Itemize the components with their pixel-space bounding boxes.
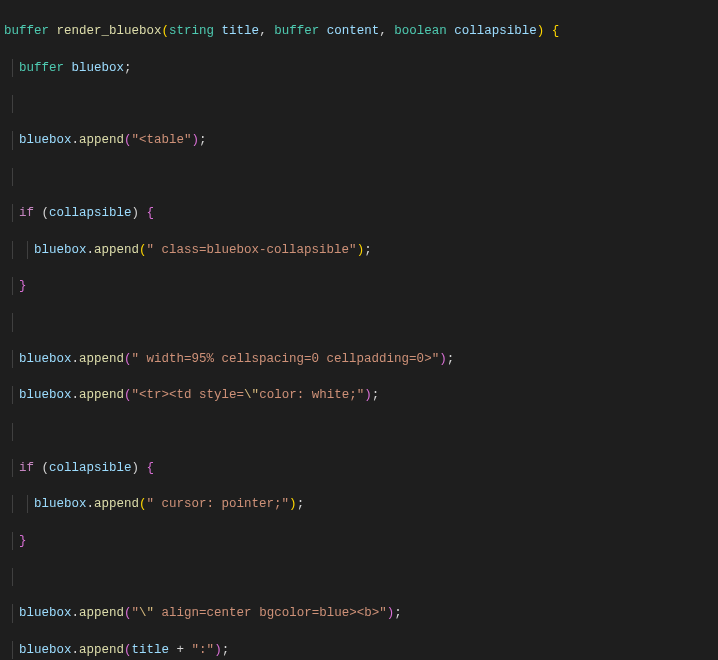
code-line: bluebox.append("<tr><td style=\"color: w… <box>4 386 718 404</box>
code-line: bluebox.append("<table"); <box>4 131 718 149</box>
code-line: if (collapsible) { <box>4 204 718 222</box>
code-line: bluebox.append(title + ":"); <box>4 641 718 659</box>
code-line: } <box>4 277 718 295</box>
function-name: render_bluebox <box>57 24 162 38</box>
code-line: } <box>4 532 718 550</box>
code-line: bluebox.append(" width=95% cellspacing=0… <box>4 350 718 368</box>
code-line: buffer bluebox; <box>4 59 718 77</box>
code-line: bluebox.append(" cursor: pointer;"); <box>4 495 718 513</box>
code-editor[interactable]: buffer render_bluebox(string title, buff… <box>0 0 718 660</box>
type-token: buffer <box>4 24 49 38</box>
code-line <box>4 95 718 113</box>
code-line: bluebox.append(" class=bluebox-collapsib… <box>4 241 718 259</box>
code-line: bluebox.append("\" align=center bgcolor=… <box>4 604 718 622</box>
code-line <box>4 568 718 586</box>
code-line: buffer render_bluebox(string title, buff… <box>4 22 718 40</box>
code-line: if (collapsible) { <box>4 459 718 477</box>
code-line <box>4 168 718 186</box>
code-line <box>4 423 718 441</box>
code-line <box>4 313 718 331</box>
